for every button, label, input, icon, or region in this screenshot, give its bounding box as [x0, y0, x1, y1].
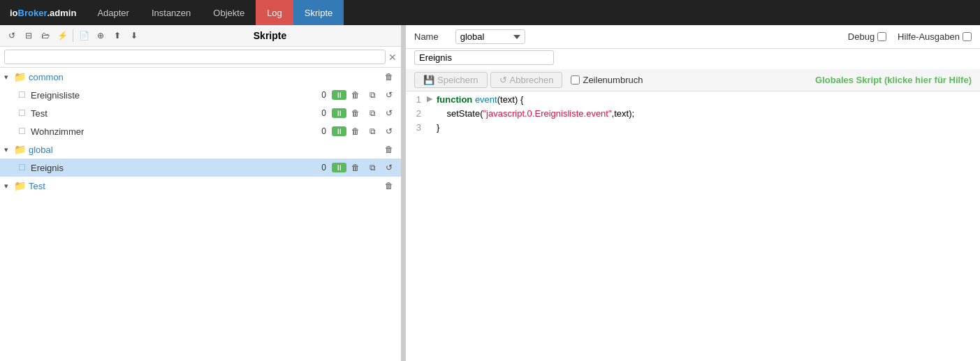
- code-line-1: 1 ▶ function event(text) {: [406, 94, 980, 108]
- brand-io: io: [10, 8, 18, 18]
- left-toolbar: ↺ ⊟ 🗁 ⚡ 📄 ⊕ ⬆ ⬇ Skripte: [0, 25, 401, 47]
- delete-global-button[interactable]: 🗑: [381, 142, 397, 156]
- chart-icon[interactable]: ⚡: [54, 28, 70, 43]
- search-input[interactable]: [4, 50, 386, 64]
- copy-wohnzimmer-button[interactable]: ⧉: [365, 124, 380, 138]
- code-content-1: function event(text) {: [437, 94, 980, 105]
- debug-checkbox[interactable]: [877, 32, 886, 41]
- delete-wohnzimmer-button[interactable]: 🗑: [348, 124, 363, 138]
- folder-open-icon[interactable]: 🗁: [38, 28, 53, 43]
- script-ereignis[interactable]: ☐ Ereignis 0 ⏸ 🗑 ⧉ ↺: [0, 159, 401, 177]
- code-content-2: setState("javascript.0.Ereignisliste.eve…: [437, 108, 980, 119]
- left-panel: ↺ ⊟ 🗁 ⚡ 📄 ⊕ ⬆ ⬇ Skripte ✕ ▾ 📁 common 🗑: [0, 25, 402, 361]
- grid-icon[interactable]: ⊟: [21, 28, 36, 43]
- folder-test2[interactable]: ▾ 📁 Test 🗑: [0, 177, 401, 195]
- tree-area: ▾ 📁 common 🗑 ☐ Ereignisliste 0 ⏸ 🗑 ⧉ ↺: [0, 68, 401, 361]
- tab-objekte[interactable]: Objekte: [202, 0, 256, 25]
- delete-test-button[interactable]: 🗑: [348, 106, 363, 120]
- line-number-1: 1: [406, 94, 427, 105]
- add-icon[interactable]: ⊕: [93, 28, 108, 43]
- file-icon[interactable]: 📄: [76, 28, 92, 43]
- copy-ereignis-button[interactable]: ⧉: [365, 161, 380, 175]
- right-header: Name global common Debug Hilfe-Ausgaben: [406, 25, 980, 49]
- script-count-ereignis: 0: [312, 163, 326, 172]
- file-icon-ereignisliste: ☐: [18, 90, 28, 100]
- toggle-common: ▾: [4, 73, 14, 82]
- script-label-ereignis: Ereignis: [31, 163, 312, 173]
- brand: ioBroker.admin: [0, 0, 86, 25]
- pause-wohnzimmer-button[interactable]: ⏸: [332, 126, 346, 136]
- pause-test-button[interactable]: ⏸: [332, 108, 346, 118]
- clear-search-icon[interactable]: ✕: [388, 52, 397, 63]
- script-wohnzimmer[interactable]: ☐ Wohnzimmer 0 ⏸ 🗑 ⧉ ↺: [0, 122, 401, 140]
- refresh-icon[interactable]: ↺: [4, 28, 20, 43]
- copy-ereignisliste-button[interactable]: ⧉: [365, 88, 380, 102]
- toggle-global: ▾: [4, 145, 14, 154]
- reset-wohnzimmer-button[interactable]: ↺: [381, 124, 397, 138]
- hilfe-checkbox[interactable]: [963, 32, 972, 41]
- ereignis-input[interactable]: [414, 50, 554, 65]
- file-icon-wohnzimmer: ☐: [18, 126, 28, 136]
- file-icon-ereignis: ☐: [18, 163, 28, 172]
- folder-global[interactable]: ▾ 📁 global 🗑: [0, 140, 401, 159]
- main-container: ↺ ⊟ 🗁 ⚡ 📄 ⊕ ⬆ ⬇ Skripte ✕ ▾ 📁 common 🗑: [0, 25, 980, 361]
- copy-test-button[interactable]: ⧉: [365, 106, 380, 120]
- folder-icon-common: 📁: [14, 71, 26, 82]
- tab-log[interactable]: Log: [256, 0, 293, 25]
- zeilennumbruch-label: Zeilenumbruch: [571, 75, 643, 85]
- zeilennumbruch-checkbox[interactable]: [571, 75, 580, 84]
- debug-label: Debug: [848, 31, 886, 42]
- line-number-2: 2: [406, 108, 427, 119]
- folder-label-global: global: [29, 145, 381, 155]
- upload-icon[interactable]: ⬆: [110, 28, 125, 43]
- reset-ereignisliste-button[interactable]: ↺: [381, 88, 397, 102]
- abort-button[interactable]: ↺Abbrechen: [490, 72, 563, 88]
- script-ereignisliste[interactable]: ☐ Ereignisliste 0 ⏸ 🗑 ⧉ ↺: [0, 86, 401, 104]
- folder-icon-global: 📁: [14, 144, 26, 155]
- right-panel: Name global common Debug Hilfe-Ausgaben: [406, 25, 980, 361]
- actions-ereignis: ⏸ 🗑 ⧉ ↺: [332, 161, 397, 175]
- script-count-ereignisliste: 0: [312, 90, 326, 100]
- code-area[interactable]: 1 ▶ function event(text) { 2 setState("j…: [406, 91, 980, 361]
- toggle-test2: ▾: [4, 182, 14, 191]
- delete-test2-button[interactable]: 🗑: [381, 179, 397, 193]
- download-icon[interactable]: ⬇: [126, 28, 142, 43]
- file-icon-test: ☐: [18, 108, 28, 118]
- reset-test-button[interactable]: ↺: [381, 106, 397, 120]
- tab-instanzen[interactable]: Instanzen: [140, 0, 202, 25]
- actions-test: ⏸ 🗑 ⧉ ↺: [332, 106, 397, 120]
- debug-area: Debug Hilfe-Ausgaben: [848, 31, 972, 42]
- separator-1: [73, 29, 73, 42]
- folder-label-test2: Test: [29, 181, 381, 191]
- script-label-ereignisliste: Ereignisliste: [31, 90, 312, 101]
- global-help-link[interactable]: Globales Skript (klicke hier für Hilfe): [815, 75, 972, 85]
- pause-ereignis-button[interactable]: ⏸: [332, 163, 346, 172]
- ereignis-row: [406, 49, 980, 69]
- name-select[interactable]: global common: [455, 29, 525, 44]
- brand-broker: Broker: [18, 8, 47, 18]
- script-test[interactable]: ☐ Test 0 ⏸ 🗑 ⧉ ↺: [0, 104, 401, 122]
- tab-adapter[interactable]: Adapter: [86, 0, 140, 25]
- code-line-2: 2 setState("javascript.0.Ereignisliste.e…: [406, 108, 980, 122]
- line-arrow-1: ▶: [427, 94, 437, 103]
- delete-ereignisliste-button[interactable]: 🗑: [348, 88, 363, 102]
- brand-admin: .admin: [47, 8, 76, 18]
- delete-ereignis-button[interactable]: 🗑: [348, 161, 363, 175]
- topbar: ioBroker.admin Adapter Instanzen Objekte…: [0, 0, 980, 25]
- script-label-wohnzimmer: Wohnzimmer: [31, 126, 312, 137]
- tab-skripte[interactable]: Skripte: [293, 0, 344, 25]
- script-count-test: 0: [312, 108, 326, 118]
- script-label-test: Test: [31, 108, 312, 119]
- delete-common-button[interactable]: 🗑: [381, 70, 397, 84]
- line-number-3: 3: [406, 122, 427, 133]
- pause-ereignisliste-button[interactable]: ⏸: [332, 90, 346, 100]
- save-button[interactable]: 💾Speichern: [414, 72, 488, 88]
- code-content-3: }: [437, 122, 980, 133]
- code-line-3: 3 }: [406, 122, 980, 136]
- reset-ereignis-button[interactable]: ↺: [381, 161, 397, 175]
- actions-ereignisliste: ⏸ 🗑 ⧉ ↺: [332, 88, 397, 102]
- actions-wohnzimmer: ⏸ 🗑 ⧉ ↺: [332, 124, 397, 138]
- hilfe-label: Hilfe-Ausgaben: [898, 31, 972, 42]
- folder-common[interactable]: ▾ 📁 common 🗑: [0, 68, 401, 86]
- name-label: Name: [414, 31, 439, 42]
